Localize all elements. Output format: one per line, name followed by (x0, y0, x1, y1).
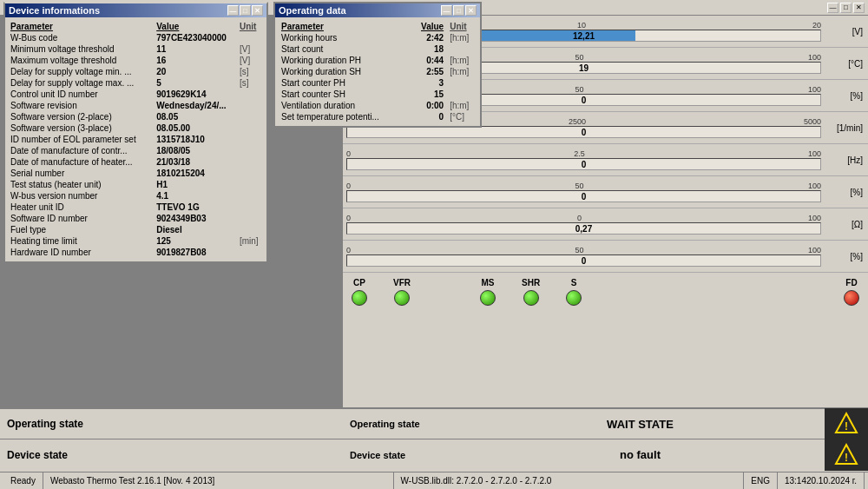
table-row: Ventilation duration0:00[h:m] (279, 100, 477, 111)
gauge-value-ohm: 0,27 (575, 224, 592, 234)
gauge-value-rpm: 0 (582, 128, 587, 137)
indicator-label-vfr: VFR (393, 278, 411, 287)
indicators-row: CP VFR MS SHR S (343, 273, 868, 306)
table-row: Parameter Value Unit (9, 21, 263, 32)
gauge-value-pct1: 0 (582, 96, 587, 105)
gauge-bar-pct2: 0 (346, 190, 821, 202)
scale-numbers-pct2: 0 50 100 (343, 182, 825, 190)
table-row: W-Bus code797CE423040000 (9, 32, 263, 43)
device-info-title-bar: Device informations — □ ✕ (5, 3, 266, 17)
indicator-label-fd: FD (845, 278, 857, 287)
left-dev-label: Device state (0, 449, 68, 461)
table-row: Parameter Value Unit (279, 21, 477, 32)
table-row: Software version (3-place)08.05.00 (9, 122, 263, 134)
left-state-area: Operating state Device state (0, 407, 343, 472)
scale-numbers-hz: 0 2.5 100 (343, 149, 825, 158)
gauge-unit-hz: [Hz] (825, 155, 868, 165)
operating-data-title: Operating data (279, 5, 346, 16)
svg-text:!: ! (845, 420, 848, 433)
led-fd (844, 290, 859, 306)
operating-data-content: Parameter Value Unit Working hours2:42[h… (275, 17, 480, 126)
indicator-s: S (566, 278, 582, 306)
gauge-scale-hz: 0 2.5 100 0 (343, 149, 825, 170)
table-row: Serial number1810215204 (9, 168, 263, 179)
table-row: Delay for supply voltage max. ...5[s] (9, 77, 263, 89)
device-info-restore[interactable]: □ (240, 5, 251, 16)
ready-text: Ready (10, 476, 36, 486)
op-minimize[interactable]: — (441, 5, 452, 16)
operating-state-row: Operating state WAIT STATE ! (343, 407, 868, 439)
table-row: Control unit ID number9019629K14 (9, 89, 263, 100)
op-close[interactable]: ✕ (465, 5, 477, 16)
gauge-value-pct3: 0 (582, 256, 587, 266)
gauge-unit-rpm: [1/min] (825, 123, 868, 133)
value-header: Value (155, 21, 238, 32)
device-icon: ! (833, 442, 859, 468)
table-row: Date of manufacture of contr...18/08/05 (9, 145, 263, 156)
indicator-vfr: VFR (393, 278, 411, 306)
gauge-row-pct3: 0 50 100 0 [%] (343, 241, 868, 273)
gauge-value-hz: 0 (582, 160, 587, 169)
led-ms (480, 290, 496, 306)
warning-icon: ! (833, 411, 859, 437)
device-state-label: Device state (343, 450, 456, 460)
device-info-title: Device informations (9, 5, 100, 16)
state-icon-2: ! (825, 439, 868, 471)
device-info-minimize[interactable]: — (227, 5, 239, 16)
status-bar: Ready Webasto Thermo Test 2.16.1 [Nov. 4… (0, 472, 868, 489)
scale-numbers-pct3: 0 50 100 (343, 246, 825, 254)
indicator-label-cp: CP (353, 278, 365, 287)
led-shr (523, 290, 539, 306)
left-op-row: Operating state (0, 407, 343, 439)
mdi-restore[interactable]: □ (840, 3, 852, 13)
operating-data-panel: Operating data — □ ✕ Parameter Value Uni… (273, 2, 482, 128)
gauge-value-pct2: 0 (582, 192, 587, 202)
device-state-value: no fault (456, 448, 825, 461)
operating-data-table: Parameter Value Unit Working hours2:42[h… (279, 21, 477, 122)
table-row: Fuel typeDiesel (9, 224, 263, 235)
gauge-value-temp: 19 (579, 63, 589, 73)
status-ready: Ready (3, 472, 43, 489)
led-vfr (394, 290, 410, 306)
operating-data-title-bar: Operating data — □ ✕ (275, 3, 480, 17)
app-info-text: Webasto Thermo Test 2.16.1 [Nov. 4 2013] (50, 476, 214, 486)
status-datetime: 13:14 20.10.2024 г. (778, 472, 865, 489)
table-row: Start counter PH3 (279, 77, 477, 89)
indicator-fd: FD (844, 278, 859, 306)
indicator-cp: CP (352, 278, 367, 306)
table-row: Minimum voltage threshold11[V] (9, 43, 263, 55)
table-row: W-bus version number4.1 (9, 190, 263, 202)
device-state-row: Device state no fault ! (343, 439, 868, 470)
unit-header: Unit (238, 21, 263, 32)
led-s (566, 290, 582, 306)
mdi-close[interactable]: ✕ (853, 3, 865, 13)
device-info-close[interactable]: ✕ (252, 5, 263, 16)
table-row: Date of manufacture of heater...21/03/18 (9, 156, 263, 168)
status-language: ENG (744, 472, 778, 489)
device-info-table: Parameter Value Unit W-Bus code797CE4230… (9, 21, 263, 258)
gauge-scale-pct3: 0 50 100 0 (343, 246, 825, 267)
table-row: Working duration PH0:44[h:m] (279, 55, 477, 66)
table-row: ID number of EOL parameter set1315718J10 (9, 134, 263, 145)
operating-state-label: Operating state (343, 419, 456, 429)
table-row: Start counter SH15 (279, 89, 477, 100)
table-row: Start count18 (279, 43, 477, 55)
gauge-unit-temp: [°C] (825, 59, 868, 69)
led-cp (352, 290, 367, 306)
operating-state-value: WAIT STATE (456, 418, 825, 431)
svg-text:!: ! (845, 452, 848, 464)
device-info-controls: — □ ✕ (227, 5, 263, 16)
table-row: Software ID number9024349B03 (9, 213, 263, 224)
op-restore[interactable]: □ (453, 5, 464, 16)
table-row: Maximum voltage threshold16[V] (9, 55, 263, 66)
mdi-minimize[interactable]: — (827, 3, 838, 13)
gauge-value-voltage: 12,21 (573, 31, 595, 41)
gauge-unit-voltage: [V] (825, 27, 868, 36)
status-app-info: Webasto Thermo Test 2.16.1 [Nov. 4 2013] (43, 472, 394, 489)
indicator-label-shr: SHR (522, 278, 540, 287)
table-row: Test status (heater unit)H1 (9, 179, 263, 190)
table-row: Heating time limit125[min] (9, 235, 263, 247)
mdi-area: — □ ✕ Device informations — □ ✕ Paramete… (0, 0, 868, 472)
time-text: 13:14 (785, 476, 806, 486)
gauge-unit-pct2: [%] (825, 188, 868, 197)
